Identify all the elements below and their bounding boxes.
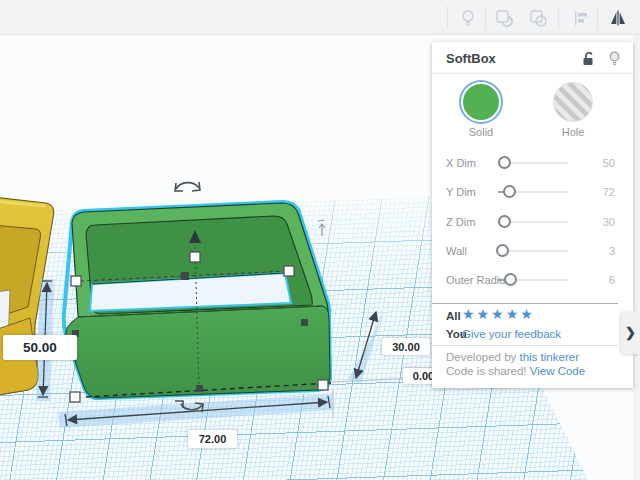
code-shared-text: Code is shared! (446, 365, 530, 377)
slider-row-zdim: Z Dim 30 (432, 207, 633, 236)
rating-all-label: All (446, 310, 461, 322)
slider-knob[interactable] (498, 215, 511, 228)
toolbar-separator (597, 6, 598, 29)
slider-knob[interactable] (496, 244, 509, 257)
slider-value[interactable]: 72 (603, 186, 615, 198)
slider-value[interactable]: 50 (603, 157, 615, 169)
divider (432, 345, 618, 346)
slider-track[interactable] (498, 162, 568, 164)
top-toolbar (0, 0, 640, 35)
bulb-icon[interactable] (606, 50, 623, 67)
softbox-green[interactable] (64, 202, 331, 398)
shape-inspector-panel: SoftBox Solid Hole X Dim 50 Y Dim (432, 42, 633, 388)
lock-open-icon[interactable] (580, 50, 597, 67)
mirror-icon[interactable] (608, 8, 628, 28)
rotate-handle-top[interactable] (175, 182, 200, 191)
slider-knob[interactable] (498, 156, 511, 169)
panel-header: SoftBox (432, 42, 633, 74)
ruler-helper-icon[interactable] (318, 220, 325, 236)
developed-by-row: Developed by this tinkerer (446, 351, 579, 363)
slider-label: X Dim (446, 157, 476, 169)
panel-gutter (633, 35, 640, 480)
toolbar-separator (447, 6, 448, 29)
toolbar-separator (485, 6, 486, 29)
slider-value[interactable]: 3 (609, 245, 615, 257)
slider-label: Z Dim (446, 216, 475, 228)
group-icon[interactable] (494, 8, 514, 28)
slider-track[interactable] (498, 279, 568, 281)
mode-solid[interactable]: Solid (436, 80, 526, 138)
dim-label-height[interactable]: 50.00 (3, 335, 77, 360)
slider-row-ydim: Y Dim 72 (432, 177, 633, 206)
toolbar-separator (558, 6, 559, 29)
developer-link[interactable]: this tinkerer (520, 351, 579, 363)
slider-label: Y Dim (446, 186, 476, 198)
shape-title: SoftBox (446, 51, 496, 66)
slider-value[interactable]: 30 (603, 216, 615, 228)
slider-track[interactable] (498, 191, 568, 193)
slider-knob[interactable] (504, 273, 517, 286)
slider-label: Wall (446, 245, 467, 257)
mode-hole-label: Hole (528, 126, 618, 138)
slider-row-xdim: X Dim 50 (432, 148, 633, 177)
chevron-right-icon: ❯ (625, 325, 636, 340)
mode-solid-label: Solid (436, 126, 526, 138)
solid-color-swatch[interactable] (461, 82, 501, 122)
star-rating[interactable]: ★★★★★ (462, 306, 535, 322)
slider-value[interactable]: 6 (609, 274, 615, 286)
dim-label-width[interactable]: 72.00 (188, 430, 237, 448)
mode-hole[interactable]: Hole (528, 80, 618, 138)
mode-selector: Solid Hole (432, 74, 633, 148)
slider-track[interactable] (498, 221, 568, 223)
align-icon[interactable] (571, 8, 591, 28)
slider-row-outer-radius: Outer Radius 6 (432, 265, 633, 294)
panel-collapse-tab[interactable]: ❯ (621, 311, 640, 354)
code-shared-row: Code is shared! View Code (446, 365, 585, 377)
view-code-link[interactable]: View Code (530, 365, 585, 377)
developed-by-text: Developed by (446, 351, 520, 363)
dim-label-depth[interactable]: 30.00 (382, 338, 430, 355)
slider-row-wall: Wall 3 (432, 236, 633, 265)
ungroup-icon[interactable] (528, 8, 548, 28)
bulb-icon[interactable] (458, 8, 478, 28)
slider-knob[interactable] (503, 185, 516, 198)
feedback-link[interactable]: Give your feedback (462, 328, 561, 340)
slider-track[interactable] (498, 250, 568, 252)
divider (432, 303, 618, 304)
parameter-sliders: X Dim 50 Y Dim 72 Z Dim 30 Wall 3 Outer … (432, 148, 633, 295)
hole-hatch-swatch[interactable] (553, 82, 593, 122)
